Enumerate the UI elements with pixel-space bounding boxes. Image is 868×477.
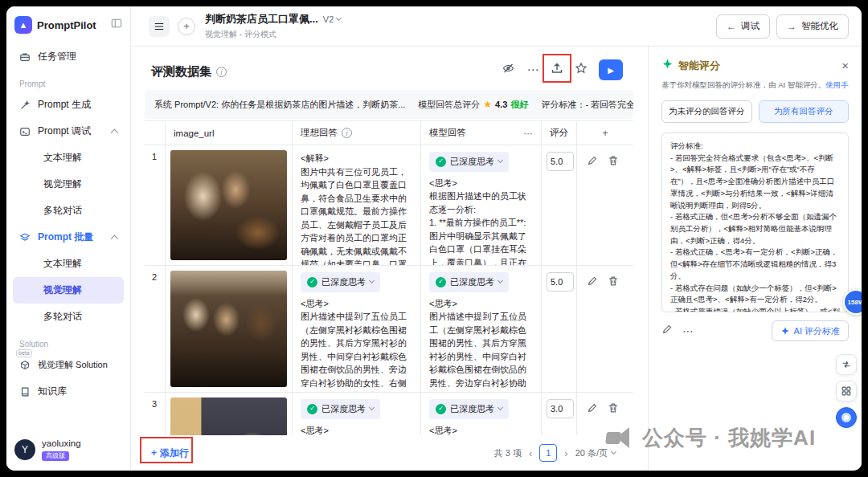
table-footer: +添加行 共 3 项 ‹ 1 › 20 条/页 (145, 435, 616, 471)
user-name: yaoluxing (42, 438, 81, 448)
wand-icon (19, 100, 31, 111)
deep-think-badge[interactable]: ✓已深度思考 (429, 152, 509, 172)
chevron-down-icon (369, 278, 375, 283)
score-level: 很好 (510, 99, 528, 111)
chevron-down-icon (611, 449, 616, 455)
model-answer-cell[interactable]: ✓已深度思考 <思考> 图片描述中提到了五位员工（左侧穿黑衬衫戴棕色围裙的男性、… (421, 266, 542, 393)
sidebar-item-debug-vision[interactable]: 视觉理解 (13, 171, 124, 198)
col-image-url[interactable]: image_url (166, 121, 293, 145)
more-icon[interactable]: ⋯ (682, 324, 694, 337)
upload-icon[interactable] (551, 62, 563, 78)
smart-optimize-button[interactable]: →智能优化 (776, 14, 849, 39)
check-icon: ✓ (307, 404, 317, 414)
user-profile[interactable]: Y yaoluxing 高级版 (13, 430, 124, 471)
close-icon[interactable]: × (841, 59, 849, 71)
chevron-up-icon (111, 235, 119, 243)
ideal-answer-cell[interactable]: ✓已深度思考 <思考> (293, 393, 421, 435)
sidebar-item-label: 知识库 (38, 385, 67, 398)
row-image[interactable] (170, 271, 287, 387)
star-icon: ★ (483, 99, 492, 110)
score-input[interactable] (547, 272, 574, 292)
deep-think-badge[interactable]: ✓已深度思考 (429, 272, 509, 292)
sidebar-item-debug-text[interactable]: 文本理解 (13, 145, 124, 171)
score-unrated-button[interactable]: 为未评分的回答评分 (661, 100, 752, 123)
book-icon (19, 386, 31, 398)
sparkle-icon (661, 58, 674, 73)
deep-think-badge[interactable]: ✓已深度思考 (429, 399, 509, 419)
ideal-answer-text: <思考> (301, 424, 412, 436)
check-icon: ✓ (307, 277, 317, 287)
version-selector[interactable]: V2 (323, 14, 341, 24)
ai-criteria-button[interactable]: AI 评分标准 (772, 320, 849, 341)
score-input[interactable] (547, 399, 574, 418)
apps-grid-icon[interactable] (836, 381, 857, 402)
sidebar-item-prompt-debug[interactable]: Prompt 调试 (13, 118, 124, 145)
sidebar-item-task-management[interactable]: 任务管理 (13, 43, 124, 70)
sidebar-item-prompt-batch[interactable]: Prompt 批量 (13, 224, 124, 251)
total-count: 共 3 项 (494, 447, 522, 459)
edit-icon[interactable] (587, 155, 598, 169)
promptpilot-logo-icon: ▲ (14, 16, 32, 34)
next-page-icon[interactable]: › (564, 447, 567, 459)
page-number[interactable]: 1 (539, 444, 557, 462)
prev-page-icon[interactable]: ‹ (529, 447, 532, 459)
manual-link[interactable]: 使用手册 (825, 80, 849, 89)
score-input[interactable] (547, 152, 574, 171)
row-index: 1 (145, 145, 166, 266)
col-index (145, 121, 166, 145)
plus-icon: + (151, 447, 157, 459)
ideal-answer-text: <思考> 图片描述中提到了五位员工（左侧穿黑衬衫戴棕色围裙的男性、其后方穿黑衬衫… (301, 297, 412, 393)
run-button[interactable]: ▶ (599, 59, 623, 80)
add-task-icon[interactable]: + (178, 18, 195, 35)
evaluation-table: image_url 理想回答i 模型回答⋯ 评分 + 1 <解释> 图片中共有三… (145, 120, 633, 435)
translate-icon[interactable] (836, 354, 857, 375)
star-icon[interactable] (575, 62, 588, 78)
row-image[interactable] (170, 398, 287, 435)
model-answer-cell[interactable]: ✓已深度思考 <思考> 根据图片描述中的员工状态逐一分析: 1. **最前方操作… (421, 145, 542, 266)
edit-icon[interactable] (661, 324, 673, 338)
sidebar-collapse-icon[interactable] (111, 18, 122, 32)
more-icon[interactable]: ⋯ (526, 63, 539, 77)
sidebar-item-batch-vision-selected[interactable]: 视觉理解 (13, 277, 124, 304)
page-title: 判断奶茶店员工口罩佩... (205, 12, 318, 26)
criteria-editor[interactable]: 评分标准: - 若回答完全符合格式要求（包含<思考>、<判断>、<解释>标签，且… (661, 132, 849, 312)
model-answer-cell[interactable]: ✓已深度思考 <思考> (421, 393, 542, 435)
trash-icon[interactable] (608, 402, 619, 417)
table-row: 1 <解释> 图片中共有三位可见员工，均佩戴了白色口罩且覆盖口鼻，符合食品卫生要… (145, 145, 633, 266)
add-row-button[interactable]: +添加行 (145, 443, 195, 463)
deep-think-badge[interactable]: ✓已深度思考 (301, 399, 380, 419)
info-icon[interactable]: i (216, 67, 227, 77)
col-score[interactable]: 评分 (542, 121, 577, 145)
edit-icon[interactable] (587, 275, 598, 290)
assistant-icon[interactable] (836, 407, 857, 428)
logo-text: PromptPilot (37, 19, 106, 31)
col-model-answer[interactable]: 模型回答⋯ (421, 121, 542, 145)
sidebar: ▲ PromptPilot 任务管理 Prompt Prompt 生成 Prom… (6, 6, 131, 471)
debug-button[interactable]: ←调试 (716, 14, 770, 39)
hamburger-menu-icon[interactable] (149, 16, 170, 37)
ideal-answer-cell[interactable]: ✓已深度思考 <思考> 图片描述中提到了五位员工（左侧穿黑衬衫戴棕色围裙的男性、… (293, 266, 421, 393)
col-ideal-answer[interactable]: 理想回答i (293, 121, 421, 145)
more-icon[interactable]: ⋯ (524, 128, 534, 139)
sidebar-item-batch-text[interactable]: 文本理解 (13, 251, 124, 277)
add-column-button[interactable]: + (577, 121, 633, 145)
sidebar-item-knowledge-base[interactable]: 知识库 (13, 378, 124, 405)
hide-column-icon[interactable] (502, 62, 515, 78)
edit-icon[interactable] (587, 402, 598, 417)
briefcase-icon (19, 51, 31, 63)
trash-icon[interactable] (608, 155, 619, 169)
sidebar-item-label: Prompt 调试 (38, 124, 91, 138)
deep-think-badge[interactable]: ✓已深度思考 (301, 272, 380, 292)
ideal-answer-cell[interactable]: <解释> 图片中共有三位可见员工，均佩戴了白色口罩且覆盖口鼻，符合食品卫生要求中… (293, 145, 421, 266)
row-image[interactable] (170, 150, 287, 260)
sidebar-item-debug-multiturn[interactable]: 多轮对话 (13, 198, 124, 224)
score-all-button[interactable]: 为所有回答评分 (759, 100, 850, 123)
sidebar-item-batch-multiturn[interactable]: 多轮对话 (13, 304, 124, 330)
sidebar-item-prompt-gen[interactable]: Prompt 生成 (13, 92, 124, 118)
page-size-select[interactable]: 20 条/页 (575, 447, 616, 459)
sidebar-item-vision-solution[interactable]: beta 视觉理解 Solution (13, 352, 124, 378)
play-icon: ▶ (608, 66, 614, 75)
model-answer-text: <思考> 图片描述中提到了五位员工（左侧穿黑衬衫戴棕色围裙的男性、其后方穿黑衬衫… (429, 297, 533, 393)
table-row: 2 ✓已深度思考 <思考> 图片描述中提到了五位员工（左侧穿黑衬衫戴棕色围裙的男… (145, 266, 633, 393)
trash-icon[interactable] (608, 275, 619, 290)
